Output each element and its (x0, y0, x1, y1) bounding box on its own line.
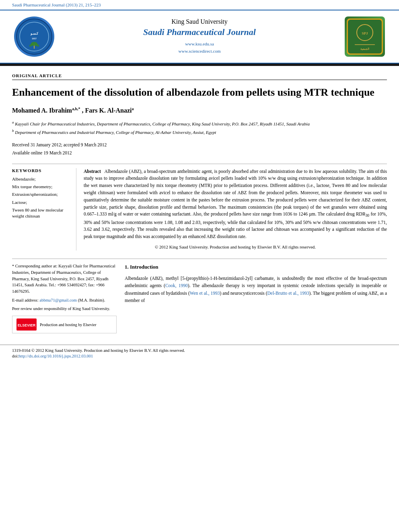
affil-b-sup: b (12, 129, 14, 133)
university-name: King Saud University (56, 18, 343, 25)
author1-name: Mohamed A. Ibrahim (12, 107, 72, 114)
affil-a-text: Kayyali Chair for Pharmaceutical Industr… (15, 121, 310, 126)
affiliation-a: a Kayyali Chair for Pharmaceutical Indus… (12, 120, 387, 127)
author2-sup: a (132, 107, 134, 111)
bottom-divider (12, 259, 387, 259)
page: Saudi Pharmaceutical Journal (2013) 21, … (0, 0, 399, 532)
right-logo-container: SPJ الجمعية (343, 14, 387, 59)
header-center: King Saud University Saudi Pharmaceutica… (56, 18, 343, 55)
authors-line: Mohamed A. Ibrahima,b,* , Fars K. Al-Ana… (12, 107, 387, 114)
email-link[interactable]: abbma71@gmail.com (39, 298, 77, 302)
article-type: ORIGINAL ARTICLE (12, 73, 387, 80)
affiliation-b: b Department of Pharmaceutics and Indust… (12, 128, 387, 136)
svg-text:1957: 1957 (32, 37, 37, 40)
svg-point-0 (16, 19, 52, 54)
journal-name: Saudi Pharmaceutical Journal (56, 27, 343, 37)
keywords-title: KEYWORDS (12, 168, 70, 173)
keywords-box: KEYWORDS Albendazole; Mix torque rheomet… (12, 168, 76, 251)
footer-line1: 1319-0164 © 2012 King Saud University. P… (12, 348, 387, 353)
author2-name: , Fars K. Al-Anazi (82, 107, 132, 114)
doi-link[interactable]: http://dx.doi.org/10.1016/j.jsps.2012.03… (19, 354, 93, 358)
email-block: E-mail address: abbma71@gmail.com (M.A. … (12, 297, 117, 304)
ref-delbrutto[interactable]: Del-Brutto et al., 1993 (267, 291, 309, 296)
bottom-section: * Corresponding author at: Kayyali Chair… (12, 263, 387, 333)
url2[interactable]: www.sciencedirect.com (56, 48, 343, 55)
corresponding-block: * Corresponding author at: Kayyali Chair… (12, 263, 117, 295)
svg-text:كـسـو: كـسـو (30, 32, 39, 35)
affil-b-text: Department of Pharmaceutics and Industri… (15, 130, 216, 135)
spj-logo-icon: SPJ الجمعية (345, 16, 385, 57)
intro-title: 1. Introduction (125, 263, 387, 271)
kw-5: Tween 80 and low molecular weight chitos… (12, 207, 70, 220)
kw-2: Mix torque rheometry; (12, 184, 70, 190)
section-divider (12, 164, 387, 164)
doi-label: doi: (12, 354, 19, 358)
kw-3: Extrusion/spheronization; (12, 191, 70, 197)
available-date: Available online 19 March 2012 (12, 149, 387, 157)
abstract-label: Abstract (84, 169, 101, 174)
svg-text:ELSEVIER: ELSEVIER (18, 323, 36, 327)
footer-doi: doi:http://dx.doi.org/10.1016/j.jsps.201… (12, 354, 387, 358)
abstract-body: Albendazole (ABZ), a broad-spectrum anth… (84, 169, 387, 239)
journal-header: كـسـو 1957 King Saud University Saudi Ph… (0, 10, 399, 64)
affiliations: a Kayyali Chair for Pharmaceutical Indus… (12, 120, 387, 136)
peer-review: Peer review under responsibility of King… (12, 306, 117, 312)
svg-text:الجمعية: الجمعية (360, 47, 369, 51)
received-date: Received 31 January 2012; accepted 9 Mar… (12, 141, 387, 149)
svg-text:SPJ: SPJ (362, 31, 368, 35)
bottom-right: 1. Introduction Albendazole (ABZ), methy… (125, 263, 387, 333)
ref-cook[interactable]: Cook, 1990 (165, 283, 188, 288)
affil-a-sup: a (12, 120, 14, 124)
page-footer: 1319-0164 © 2012 King Saud University. P… (0, 345, 399, 362)
main-content: ORIGINAL ARTICLE Enhancement of the diss… (0, 66, 399, 341)
elsevier-text: Production and hosting by Elsevier (40, 322, 97, 328)
dates: Received 31 January 2012; accepted 9 Mar… (12, 141, 387, 157)
citation-bar: Saudi Pharmaceutical Journal (2013) 21, … (0, 0, 399, 10)
header-urls: www.ksu.edu.sa www.sciencedirect.com (56, 41, 343, 55)
author1-sup: a,b,* (72, 107, 80, 111)
ref-wen[interactable]: Wen et al., 1993 (190, 291, 220, 296)
abstract-copyright: © 2012 King Saud University. Production … (84, 244, 387, 251)
url1[interactable]: www.ksu.edu.sa (56, 41, 343, 48)
intro-body: Albendazole (ABZ), methyl [5-(propylthio… (125, 275, 387, 304)
citation-text: Saudi Pharmaceutical Journal (2013) 21, … (12, 2, 101, 7)
bottom-left: * Corresponding author at: Kayyali Chair… (12, 263, 117, 333)
abstract-section: KEYWORDS Albendazole; Mix torque rheomet… (12, 168, 387, 251)
elsevier-logo-icon: ELSEVIER (16, 318, 37, 331)
footnote-star: * (12, 264, 14, 268)
left-logo-container: كـسـو 1957 (12, 14, 56, 59)
email-name: (M.A. Ibrahim). (78, 298, 105, 302)
kw-4: Lactose; (12, 199, 70, 205)
corresponding-text: Corresponding author at: Kayyali Chair f… (12, 264, 115, 294)
ksu-logo-icon: كـسـو 1957 (14, 16, 54, 57)
email-label: E-mail address: (12, 298, 39, 302)
elsevier-box: ELSEVIER Production and hosting by Elsev… (12, 316, 117, 333)
kw-1: Albendazole; (12, 176, 70, 182)
abstract-text: Abstract Albendazole (ABZ), a broad-spec… (84, 168, 387, 251)
article-title: Enhancement of the dissolution of albend… (12, 86, 387, 99)
